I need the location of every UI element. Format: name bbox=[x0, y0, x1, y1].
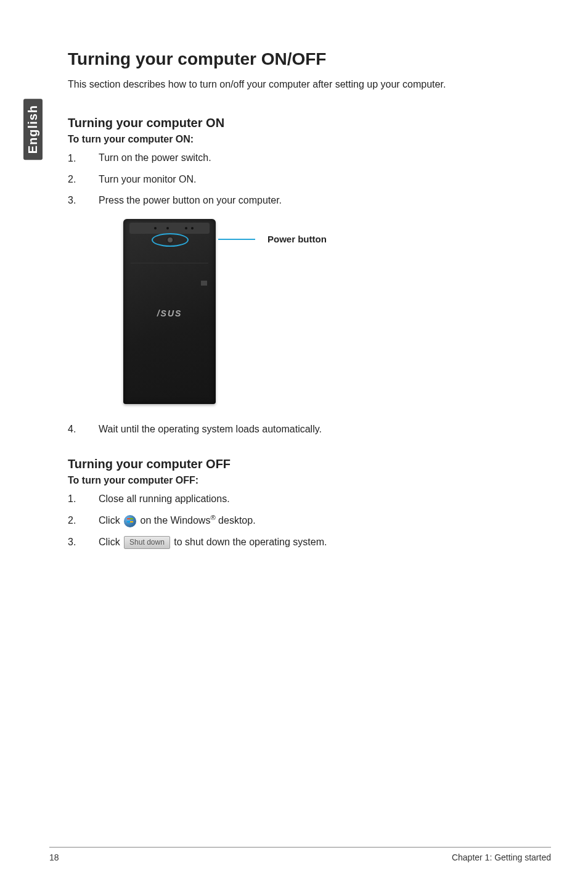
step-number: 2. bbox=[68, 515, 99, 526]
page-footer: 18 Chapter 1: Getting started bbox=[49, 852, 551, 862]
step-number: 3. bbox=[68, 195, 99, 206]
list-item: 2. Click on the Windows® desktop. bbox=[68, 513, 539, 528]
step-text: Turn your monitor ON. bbox=[99, 173, 539, 186]
step-text: Click on the Windows® desktop. bbox=[99, 513, 539, 528]
list-item: 1. Turn on the power switch. bbox=[68, 151, 539, 165]
shutdown-button-icon: Shut down bbox=[124, 536, 170, 549]
chapter-label: Chapter 1: Getting started bbox=[452, 852, 551, 862]
asus-logo: /SUS bbox=[123, 308, 216, 318]
step-text: Click Shut down to shut down the operati… bbox=[99, 535, 539, 549]
start-orb-icon bbox=[124, 515, 136, 527]
intro-text: This section describes how to turn on/of… bbox=[68, 78, 539, 91]
on-steps: 1. Turn on the power switch. 2. Turn you… bbox=[68, 151, 539, 207]
step-number: 4. bbox=[68, 424, 99, 435]
tower-top bbox=[129, 223, 210, 234]
section-off-subheading: To turn your computer OFF: bbox=[68, 475, 539, 486]
step-text: Close all running applications. bbox=[99, 492, 539, 506]
step-tail: desktop. bbox=[216, 516, 256, 526]
section-on-subheading: To turn your computer ON: bbox=[68, 134, 539, 145]
drive-indicator bbox=[201, 281, 207, 286]
step-text: Wait until the operating system loads au… bbox=[99, 423, 539, 436]
page-title: Turning your computer ON/OFF bbox=[68, 49, 539, 69]
step-number: 2. bbox=[68, 174, 99, 185]
step-pre: Click bbox=[99, 516, 123, 526]
list-item: 2. Turn your monitor ON. bbox=[68, 173, 539, 186]
step-pre: Click bbox=[99, 537, 123, 547]
language-tab: English bbox=[23, 99, 43, 160]
computer-figure: /SUS Power button bbox=[123, 219, 539, 404]
tower-label bbox=[131, 281, 208, 287]
page-number: 18 bbox=[49, 852, 59, 862]
registered-mark: ® bbox=[210, 514, 215, 521]
computer-tower-image: /SUS bbox=[123, 219, 216, 404]
list-item: 3. Press the power button on your comput… bbox=[68, 194, 539, 207]
step-post: to shut down the operating system. bbox=[174, 537, 327, 547]
step-number: 3. bbox=[68, 537, 99, 548]
list-item: 1. Close all running applications. bbox=[68, 492, 539, 506]
callout-line bbox=[218, 239, 255, 240]
power-button-highlight bbox=[152, 233, 189, 247]
off-steps: 1. Close all running applications. 2. Cl… bbox=[68, 492, 539, 550]
power-button-label: Power button bbox=[267, 234, 327, 244]
list-item: 4. Wait until the operating system loads… bbox=[68, 423, 539, 436]
step-post: on the Windows bbox=[141, 516, 211, 526]
step-text: Turn on the power switch. bbox=[99, 151, 539, 165]
on-steps-cont: 4. Wait until the operating system loads… bbox=[68, 423, 539, 436]
step-number: 1. bbox=[68, 493, 99, 505]
footer-rule bbox=[49, 847, 551, 848]
step-number: 1. bbox=[68, 153, 99, 164]
step-text: Press the power button on your computer. bbox=[99, 194, 539, 207]
tower-label bbox=[131, 257, 208, 263]
section-on-heading: Turning your computer ON bbox=[68, 116, 539, 130]
list-item: 3. Click Shut down to shut down the oper… bbox=[68, 535, 539, 549]
section-off-heading: Turning your computer OFF bbox=[68, 457, 539, 471]
